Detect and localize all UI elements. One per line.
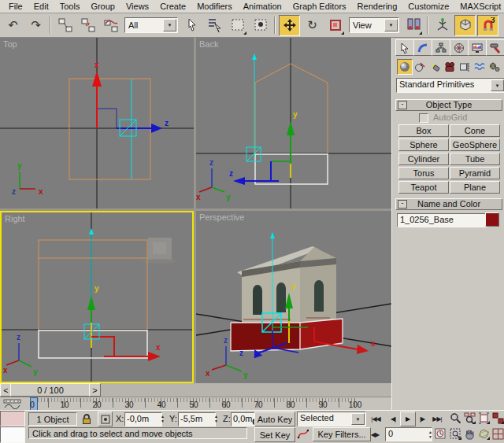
category-systems-icon[interactable] xyxy=(487,59,502,75)
arc-rotate-icon[interactable] xyxy=(477,427,491,441)
use-pivot-point-center-icon[interactable] xyxy=(402,15,424,36)
menu-maxscript[interactable]: MAXScript xyxy=(454,1,504,12)
category-helpers-icon[interactable] xyxy=(457,59,472,75)
name-color-rollout-header[interactable]: - Name and Color xyxy=(395,198,502,210)
house-model[interactable] xyxy=(237,246,336,323)
tab-utilities[interactable] xyxy=(486,39,504,56)
viewport-back[interactable]: Back y xyxy=(196,38,391,209)
y-coord-spinner[interactable]: ▲▼ xyxy=(213,412,220,425)
track-bar[interactable]: 0 10 20 30 40 50 60 70 80 90 100 xyxy=(0,397,391,410)
tab-display[interactable] xyxy=(468,39,487,56)
category-geometry-icon[interactable] xyxy=(397,59,413,75)
viewport-perspective[interactable]: Perspective xyxy=(196,211,391,383)
maxscript-mini-listener-pink[interactable] xyxy=(0,411,25,426)
x-coord-spinner[interactable]: ▲▼ xyxy=(159,412,166,425)
dropdown-arrow-icon[interactable]: ▼ xyxy=(491,79,504,91)
zoom-icon[interactable] xyxy=(449,412,462,425)
goto-end-icon[interactable]: ▶▶| xyxy=(429,412,445,425)
prev-frame-icon[interactable]: ◀| xyxy=(387,412,399,425)
category-lights-icon[interactable] xyxy=(427,59,443,75)
menu-views[interactable]: Views xyxy=(120,1,154,12)
selection-filter-dropdown[interactable]: All ▼ xyxy=(124,17,178,33)
timeline-ruler[interactable]: 0 10 20 30 40 50 60 70 80 90 100 xyxy=(25,397,387,410)
menu-create[interactable]: Create xyxy=(154,1,191,12)
select-and-move-icon[interactable] xyxy=(279,15,300,36)
snap-toggle-icon[interactable] xyxy=(454,15,476,36)
menu-customize[interactable]: Customize xyxy=(402,1,454,12)
category-space-warps-icon[interactable] xyxy=(472,59,487,75)
region-zoom-icon[interactable] xyxy=(449,427,462,441)
select-and-link-icon[interactable] xyxy=(54,15,76,36)
set-key-button[interactable]: Set Key xyxy=(254,427,295,442)
absolute-mode-toggle-icon[interactable] xyxy=(98,412,113,426)
select-and-scale-icon[interactable] xyxy=(324,15,346,36)
menu-edit[interactable]: Edit xyxy=(28,1,54,12)
menu-group[interactable]: Group xyxy=(85,1,120,12)
viewport-right[interactable]: Right xyxy=(0,211,194,383)
category-shapes-icon[interactable] xyxy=(412,59,428,75)
tab-create[interactable] xyxy=(395,39,414,56)
selected-base-box[interactable] xyxy=(231,319,343,351)
viewport-perspective-canvas[interactable]: y z x z x y xyxy=(196,211,391,383)
bind-to-space-warp-icon[interactable] xyxy=(100,15,121,36)
button-sphere[interactable]: Sphere xyxy=(398,138,449,151)
collapse-icon[interactable]: - xyxy=(398,101,407,109)
y-coord-field[interactable]: -5,5m xyxy=(178,412,216,426)
select-object-icon[interactable] xyxy=(181,15,202,36)
object-name-field[interactable]: 1_0256_Base xyxy=(397,213,487,227)
undo-icon[interactable]: ↶ xyxy=(2,15,24,36)
button-pyramid[interactable]: Pyramid xyxy=(450,167,500,179)
next-frame-icon[interactable]: |▶ xyxy=(416,412,428,425)
move-gizmo[interactable]: x z xyxy=(92,61,169,136)
menu-animation[interactable]: Animation xyxy=(238,1,287,12)
zoom-extents-all-icon[interactable] xyxy=(491,412,504,425)
zoom-all-icon[interactable] xyxy=(463,412,476,425)
auto-key-button[interactable]: Auto Key xyxy=(254,412,295,426)
reference-coordinate-dropdown[interactable]: View ▼ xyxy=(349,17,399,33)
object-type-rollout-header[interactable]: - Object Type xyxy=(395,99,502,111)
pan-hand-icon[interactable] xyxy=(463,427,476,441)
button-geosphere[interactable]: GeoSphere xyxy=(450,138,500,151)
mini-curve-editor-icon[interactable] xyxy=(2,398,24,409)
primitive-type-dropdown[interactable]: Standard Primitives ▼ xyxy=(396,78,504,93)
window-crossing-icon[interactable] xyxy=(250,15,271,36)
set-key-curve-icon[interactable] xyxy=(297,427,309,440)
button-teapot[interactable]: Teapot xyxy=(398,181,449,194)
select-and-manipulate-icon[interactable] xyxy=(432,15,453,36)
snap-3d-icon[interactable]: 3 xyxy=(477,15,498,36)
button-cylinder[interactable]: Cylinder xyxy=(398,153,449,165)
selection-lock-icon[interactable] xyxy=(80,412,94,426)
move-gizmo[interactable]: y z xyxy=(229,54,298,185)
tab-modify[interactable] xyxy=(413,39,432,56)
autogrid-checkbox[interactable] xyxy=(419,113,428,123)
menu-graph-editors[interactable]: Graph Editors xyxy=(287,1,352,12)
button-torus[interactable]: Torus xyxy=(398,167,449,179)
key-mode-dropdown[interactable]: Selected ▼ xyxy=(297,412,366,426)
x-coord-field[interactable]: -0,0m xyxy=(124,412,162,426)
viewport-top-canvas[interactable]: x z y z x xyxy=(0,38,194,209)
dropdown-arrow-icon[interactable]: ▼ xyxy=(163,19,176,31)
menu-modifiers[interactable]: Modifiers xyxy=(191,1,238,12)
select-by-name-icon[interactable] xyxy=(204,15,225,36)
dropdown-arrow-icon[interactable]: ▼ xyxy=(384,19,398,31)
button-plane[interactable]: Plane xyxy=(450,181,500,194)
time-slider-next-button[interactable]: > xyxy=(89,383,101,397)
menu-file[interactable]: File xyxy=(3,1,28,12)
button-cone[interactable]: Cone xyxy=(450,124,500,137)
time-slider-handle[interactable]: 0 / 100 xyxy=(10,383,91,397)
key-mode-toggle-icon[interactable]: ◀▶ xyxy=(368,429,382,440)
rectangular-selection-region-icon[interactable] xyxy=(227,15,248,36)
button-tube[interactable]: Tube xyxy=(450,153,500,165)
redo-icon[interactable]: ↷ xyxy=(25,15,46,36)
menu-rendering[interactable]: Rendering xyxy=(352,1,403,12)
frame-spinner[interactable]: ▲▼ xyxy=(428,429,433,440)
tab-motion[interactable] xyxy=(450,39,469,56)
key-filters-button[interactable]: Key Filters... xyxy=(313,427,371,441)
unlink-selection-icon[interactable] xyxy=(77,15,98,36)
category-cameras-icon[interactable] xyxy=(442,59,458,75)
tab-hierarchy[interactable] xyxy=(432,39,450,56)
goto-start-icon[interactable]: |◀◀ xyxy=(368,412,384,425)
play-button[interactable]: ▶ xyxy=(400,412,416,426)
angle-snap-icon[interactable] xyxy=(500,15,504,36)
current-frame-field[interactable]: 0 xyxy=(385,427,432,441)
